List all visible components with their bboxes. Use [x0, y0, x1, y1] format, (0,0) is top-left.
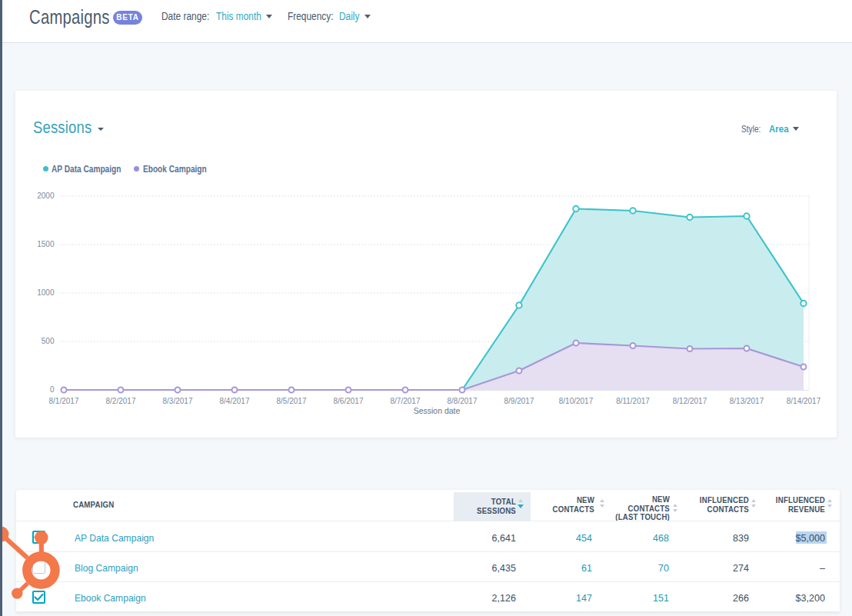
svg-text:0: 0 [50, 385, 55, 394]
svg-text:8/3/2017: 8/3/2017 [163, 397, 193, 405]
svg-text:8/12/2017: 8/12/2017 [673, 397, 707, 405]
svg-text:8/6/2017: 8/6/2017 [334, 397, 364, 405]
svg-text:8/1/2017: 8/1/2017 [49, 397, 79, 405]
svg-text:500: 500 [42, 337, 55, 345]
svg-text:8/13/2017: 8/13/2017 [730, 397, 764, 405]
svg-text:8/4/2017: 8/4/2017 [220, 397, 250, 405]
svg-text:8/11/2017: 8/11/2017 [616, 397, 650, 405]
svg-text:8/2/2017: 8/2/2017 [106, 397, 136, 405]
svg-text:8/8/2017: 8/8/2017 [448, 397, 478, 405]
svg-text:1000: 1000 [37, 288, 55, 297]
svg-text:8/14/2017: 8/14/2017 [787, 397, 821, 405]
svg-text:2000: 2000 [37, 191, 55, 200]
svg-text:Session date: Session date [414, 406, 461, 415]
svg-text:8/9/2017: 8/9/2017 [504, 397, 534, 405]
svg-text:8/7/2017: 8/7/2017 [391, 397, 421, 405]
svg-text:1500: 1500 [37, 240, 55, 248]
svg-text:8/10/2017: 8/10/2017 [559, 397, 594, 405]
svg-text:8/5/2017: 8/5/2017 [277, 397, 307, 405]
